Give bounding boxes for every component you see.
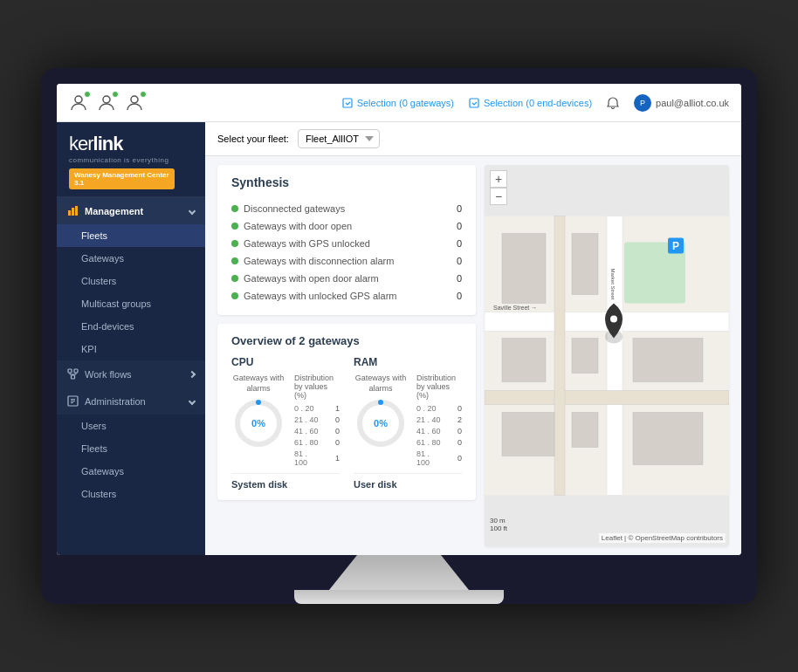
- selection-gateways-btn[interactable]: Selection (0 gateways): [341, 97, 454, 109]
- cpu-range-0: 0 . 20: [294, 404, 320, 413]
- ram-gateways-label: Gateways with alarms: [354, 374, 408, 394]
- selection-enddevices-btn[interactable]: Selection (0 end-devices): [468, 97, 592, 109]
- svg-rect-26: [572, 234, 598, 295]
- cpu-dist-row-0: 0 . 20 1: [294, 404, 340, 413]
- nav-admin-header[interactable]: Administration: [57, 387, 205, 415]
- synthesis-label-4: Gateways with disconnection alarm: [244, 256, 394, 266]
- nav-workflows-header[interactable]: Work flows: [57, 360, 205, 387]
- svg-rect-6: [72, 208, 74, 216]
- cpu-val-3: 0: [329, 438, 340, 447]
- cpu-gateways-label: Gateways with alarms: [231, 374, 285, 394]
- synthesis-label-2: Gateways with door open: [244, 221, 352, 231]
- admin-label: Administration: [85, 396, 146, 407]
- ram-range-2: 41 . 60: [416, 427, 443, 435]
- user-icon-3[interactable]: [125, 93, 144, 113]
- user-icon-1[interactable]: [69, 93, 88, 113]
- svg-rect-27: [502, 339, 546, 382]
- dot-3: [231, 240, 238, 247]
- sidebar-logo: kerlink communication is everything Wane…: [57, 122, 205, 197]
- nav-item-admin-clusters[interactable]: Clusters: [57, 483, 205, 505]
- user-info: P paul@alliot.co.uk: [634, 94, 729, 112]
- cpu-range-3: 61 . 80: [294, 438, 320, 447]
- svg-point-0: [75, 96, 82, 103]
- nav-item-admin-gateways[interactable]: Gateways: [57, 460, 205, 483]
- map-container: Saville Street → Market Street P +: [485, 165, 729, 546]
- nav-management-header[interactable]: Management: [57, 197, 205, 224]
- map-zoom-in[interactable]: +: [490, 170, 507, 188]
- synthesis-count-1: 0: [457, 203, 462, 214]
- cpu-donut: 0%: [232, 397, 285, 449]
- svg-rect-3: [343, 99, 352, 107]
- nav-item-multicast[interactable]: Multicast groups: [57, 292, 205, 315]
- nav-item-admin-users[interactable]: Users: [57, 415, 205, 437]
- user-email: paul@alliot.co.uk: [656, 98, 729, 108]
- cpu-inner: Gateways with alarms 0%: [231, 374, 340, 470]
- svg-rect-5: [68, 210, 71, 216]
- nav-item-admin-fleets[interactable]: Fleets: [57, 437, 205, 460]
- svg-rect-29: [633, 339, 703, 382]
- selection-enddevices-label: Selection (0 end-devices): [484, 98, 592, 108]
- synthesis-item-4: Gateways with disconnection alarm 0: [231, 252, 462, 270]
- content-area: Select your fleet: Fleet_AllIOT Synthesi…: [205, 122, 741, 555]
- svg-text:0%: 0%: [251, 418, 265, 429]
- cpu-range-1: 21 . 40: [294, 415, 320, 424]
- svg-rect-23: [554, 216, 565, 496]
- svg-rect-22: [485, 391, 729, 405]
- synthesis-title: Synthesis: [231, 175, 462, 189]
- synthesis-label-5: Gateways with open door alarm: [244, 273, 379, 284]
- topbar: Selection (0 gateways) Selection (0 end-…: [57, 84, 741, 122]
- workflows-label: Work flows: [85, 369, 132, 380]
- ram-range-0: 0 . 20: [416, 404, 443, 413]
- map-scale: 30 m 100 ft: [490, 517, 507, 532]
- bottom-section: System disk User disk: [231, 470, 462, 490]
- ram-donut-container: Gateways with alarms 0%: [354, 374, 408, 470]
- svg-rect-30: [502, 413, 554, 456]
- wanesy-badge: Wanesy Management Center 3.1: [69, 168, 175, 189]
- synthesis-item-6: Gateways with unlocked GPS alarm 0: [231, 287, 462, 305]
- svg-point-2: [131, 96, 138, 103]
- cpu-val-2: 0: [329, 427, 340, 435]
- notification-icon[interactable]: [606, 96, 620, 110]
- ram-dist-row-0: 0 . 20 0: [416, 404, 462, 413]
- logo-text: kerlink: [69, 133, 193, 155]
- synthesis-item-1: Disconnected gateways 0: [231, 200, 462, 217]
- map-zoom-out[interactable]: −: [490, 188, 507, 205]
- nav-administration: Administration Users Fleets Gateways Clu…: [57, 387, 205, 505]
- dot-2: [231, 223, 238, 230]
- cpu-distribution: Distribution by values (%) 0 . 20 1: [294, 374, 340, 470]
- map-svg: Saville Street → Market Street P: [485, 165, 729, 546]
- nav-item-kpi[interactable]: KPI: [57, 338, 205, 360]
- topbar-icons: [69, 93, 144, 113]
- synthesis-label-6: Gateways with unlocked GPS alarm: [244, 291, 396, 301]
- svg-rect-9: [74, 369, 78, 373]
- cpu-dist-row-2: 41 . 60 0: [294, 427, 340, 435]
- monitor-stand: [329, 555, 469, 590]
- overview-card: Overview of 2 gateways CPU Gateways with…: [217, 324, 476, 500]
- cpu-donut-container: Gateways with alarms 0%: [231, 374, 285, 470]
- content-inner: Synthesis Disconnected gateways 0: [205, 156, 741, 555]
- synthesis-count-3: 0: [457, 238, 462, 249]
- selection-gateways-label: Selection (0 gateways): [357, 98, 454, 108]
- dot-1: [231, 205, 238, 212]
- ram-dist-row-2: 41 . 60 0: [416, 427, 462, 435]
- nav-item-fleets[interactable]: Fleets: [57, 224, 205, 247]
- nav-item-gateways[interactable]: Gateways: [57, 247, 205, 270]
- synthesis-item-5: Gateways with open door alarm 0: [231, 270, 462, 287]
- ram-val-3: 0: [451, 438, 462, 447]
- svg-rect-7: [75, 206, 78, 216]
- cpu-range-2: 41 . 60: [294, 427, 320, 435]
- cpu-dist-row-3: 61 . 80 0: [294, 438, 340, 447]
- logo-bold: link: [93, 133, 123, 154]
- dot-4: [231, 257, 238, 264]
- svg-rect-21: [607, 216, 623, 496]
- nav-item-enddevices[interactable]: End-devices: [57, 315, 205, 338]
- user-icon-2[interactable]: [97, 93, 116, 113]
- management-label: Management: [85, 206, 143, 216]
- fleet-select[interactable]: Fleet_AllIOT: [298, 129, 380, 148]
- ram-inner: Gateways with alarms 0%: [354, 374, 462, 470]
- monitor: Selection (0 gateways) Selection (0 end-…: [41, 68, 757, 604]
- main-layout: kerlink communication is everything Wane…: [57, 122, 741, 555]
- ram-val-2: 0: [451, 427, 462, 435]
- nav-item-clusters[interactable]: Clusters: [57, 270, 205, 292]
- cpu-val-0: 1: [329, 404, 340, 413]
